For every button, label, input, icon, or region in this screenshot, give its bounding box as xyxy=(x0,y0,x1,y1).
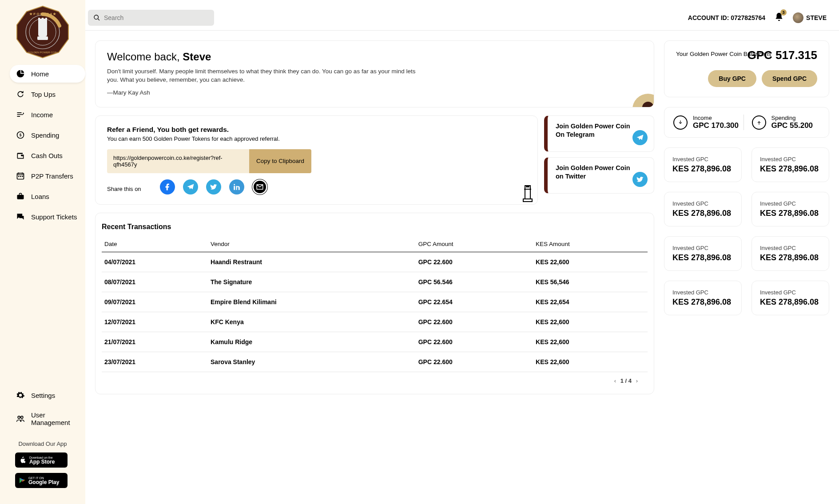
user-menu[interactable]: STEVE xyxy=(793,12,827,23)
search-box[interactable] xyxy=(88,10,214,26)
table-row[interactable]: 12/07/2021KFC KenyaGPC 22.600KES 22,600 xyxy=(102,312,648,332)
invested-card[interactable]: Invested GPCKES 278,896.08 xyxy=(752,281,829,315)
svg-point-18 xyxy=(21,416,23,418)
gear-icon xyxy=(16,391,25,400)
share-email[interactable] xyxy=(252,179,267,194)
spending-value: GPC 55.200 xyxy=(771,121,813,130)
invested-card[interactable]: Invested GPCKES 278,896.08 xyxy=(752,192,829,226)
telegram-icon xyxy=(187,183,195,191)
join-telegram-title: Join Golden Power Coin On Telegram xyxy=(556,122,636,139)
sort-icon xyxy=(16,110,25,119)
income-value: GPC 170.300 xyxy=(693,121,739,130)
share-telegram[interactable] xyxy=(183,179,198,194)
spending-block: Spending GPC 55.200 xyxy=(752,115,820,130)
invested-card[interactable]: Invested GPCKES 278,896.08 xyxy=(664,281,742,315)
cell-kes: KES 22,600 xyxy=(533,332,648,352)
invested-value: KES 278,896.08 xyxy=(672,209,733,218)
cell-vendor: Empire Blend Kilimani xyxy=(208,292,416,312)
cell-date: 12/07/2021 xyxy=(102,312,208,332)
share-linkedin[interactable] xyxy=(229,179,244,194)
copy-button[interactable]: Copy to Clipboard xyxy=(249,149,311,173)
invested-card[interactable]: Invested GPCKES 278,896.08 xyxy=(752,147,829,182)
buy-gpc-button[interactable]: Buy GPC xyxy=(708,70,756,87)
nav-label: P2P Transfers xyxy=(31,172,73,180)
transactions-title: Recent Transactions xyxy=(95,223,654,236)
invested-value: KES 278,896.08 xyxy=(760,253,821,262)
invested-value: KES 278,896.08 xyxy=(672,253,733,262)
referral-url[interactable]: https://goldenpowercoin.co.ke/register?r… xyxy=(107,149,249,173)
table-row[interactable]: 09/07/2021Empire Blend KilimaniGPC 22.65… xyxy=(102,292,648,312)
arrow-up-icon xyxy=(752,115,766,130)
th-gpc: GPC Amount xyxy=(416,236,533,252)
appstore-button[interactable]: Download on the App Store xyxy=(15,452,68,468)
refresh-icon xyxy=(16,90,25,99)
googleplay-button[interactable]: GET IT ON Google Play xyxy=(15,473,68,488)
invested-card[interactable]: Invested GPCKES 278,896.08 xyxy=(752,236,829,271)
search-input[interactable] xyxy=(104,14,209,21)
nav-label: Support Tickets xyxy=(31,213,77,221)
table-row[interactable]: 08/07/2021The SignatureGPC 56.546KES 56,… xyxy=(102,272,648,292)
nav-label: User Management xyxy=(31,411,79,426)
svg-rect-19 xyxy=(523,199,532,202)
invested-card[interactable]: Invested GPCKES 278,896.08 xyxy=(664,192,742,226)
pager: ‹ 1 / 4 › xyxy=(95,372,654,384)
notifications-button[interactable]: 3 xyxy=(774,12,784,24)
share-facebook[interactable] xyxy=(160,179,175,194)
svg-rect-15 xyxy=(22,176,23,177)
share-twitter[interactable] xyxy=(206,179,221,194)
invested-value: KES 278,896.08 xyxy=(760,164,821,174)
table-row[interactable]: 21/07/2021Kamulu RidgeGPC 22.600KES 22,6… xyxy=(102,332,648,352)
welcome-card: Welcome back, Steve Don't limit yourself… xyxy=(95,40,654,107)
table-row[interactable]: 04/07/2021Haandi RestrauntGPC 22.600KES … xyxy=(102,252,648,272)
refer-title: Refer a Friend, You both get rewards. xyxy=(107,126,526,134)
th-date: Date xyxy=(102,236,208,252)
invested-label: Invested GPC xyxy=(672,245,733,251)
twitter-icon xyxy=(210,183,218,191)
th-vendor: Vendor xyxy=(208,236,416,252)
spending-label: Spending xyxy=(771,115,813,121)
cell-vendor: Haandi Restraunt xyxy=(208,252,416,272)
nav-home[interactable]: Home xyxy=(10,65,85,83)
cell-kes: KES 22,654 xyxy=(533,292,648,312)
spend-gpc-button[interactable]: Spend GPC xyxy=(762,70,817,87)
nav-p2p[interactable]: P2P Transfers xyxy=(10,167,85,185)
invested-card[interactable]: Invested GPCKES 278,896.08 xyxy=(664,236,742,271)
nav-label: Income xyxy=(31,111,53,119)
svg-rect-14 xyxy=(20,176,21,177)
avatar xyxy=(793,12,803,23)
invested-value: KES 278,896.08 xyxy=(672,164,733,174)
cell-vendor: The Signature xyxy=(208,272,416,292)
svg-text:$: $ xyxy=(20,133,22,137)
income-spending-card: Income GPC 170.300 Spending GPC 55.200 xyxy=(664,107,829,138)
join-telegram-card[interactable]: Join Golden Power Coin On Telegram xyxy=(544,115,654,152)
invested-label: Invested GPC xyxy=(760,289,821,296)
table-row[interactable]: 23/07/2021Sarova StanleyGPC 22.600KES 22… xyxy=(102,352,648,372)
telegram-button[interactable] xyxy=(632,130,648,145)
invested-card[interactable]: Invested GPCKES 278,896.08 xyxy=(664,147,742,182)
join-twitter-card[interactable]: Join Golden Power Coin on Twitter xyxy=(544,157,654,194)
chess-rook-icon xyxy=(521,183,534,202)
nav-income[interactable]: Income xyxy=(10,106,85,123)
nav-support[interactable]: Support Tickets xyxy=(10,208,85,226)
nav-topups[interactable]: Top Ups xyxy=(10,85,85,103)
brand-logo: ★ F O R 2 5 4 ★ GOLDEN POWER COIN xyxy=(16,5,69,59)
nav-spending[interactable]: $ Spending xyxy=(10,126,85,144)
svg-rect-3 xyxy=(38,19,47,36)
welcome-author: —Mary Kay Ash xyxy=(107,89,418,97)
svg-rect-5 xyxy=(38,18,40,20)
briefcase-icon xyxy=(16,192,25,201)
twitter-button[interactable] xyxy=(632,172,648,187)
nav-loans[interactable]: Loans xyxy=(10,187,85,205)
nav-user-management[interactable]: User Management xyxy=(10,407,85,431)
cell-vendor: Kamulu Ridge xyxy=(208,332,416,352)
cell-gpc: GPC 22.600 xyxy=(416,312,533,332)
nav-label: Cash Outs xyxy=(31,152,63,159)
cell-kes: KES 56,546 xyxy=(533,272,648,292)
pager-next[interactable]: › xyxy=(633,377,640,384)
cell-gpc: GPC 56.546 xyxy=(416,272,533,292)
pager-prev[interactable]: ‹ xyxy=(612,377,619,384)
nav-cashouts[interactable]: Cash Outs xyxy=(10,147,85,164)
nav-label: Spending xyxy=(31,131,59,139)
search-icon xyxy=(93,14,100,21)
nav-settings[interactable]: Settings xyxy=(10,386,85,404)
